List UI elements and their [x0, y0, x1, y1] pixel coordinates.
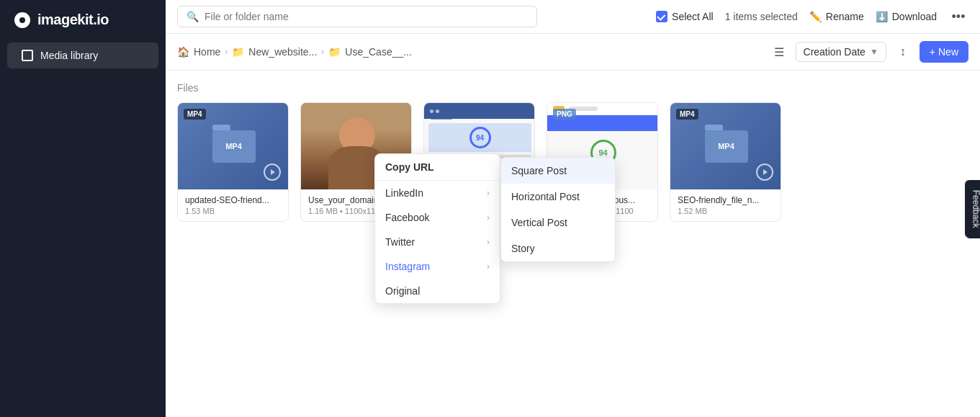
- select-all-checkbox: [656, 11, 667, 22]
- home-icon: 🏠: [177, 46, 189, 58]
- chevron-right-icon-0: ›: [487, 188, 490, 198]
- breadcrumb-bar: 🏠 Home › 📁 New_website... › 📁 Use_Case__…: [166, 34, 980, 71]
- sidebar-item-label: Media library: [40, 50, 98, 61]
- feedback-tab[interactable]: Feedback: [966, 179, 980, 238]
- sort-label: Creation Date: [804, 46, 866, 58]
- context-item-linkedin[interactable]: LinkedIn ›: [375, 181, 500, 205]
- download-button[interactable]: ⬇️ Download: [876, 11, 937, 22]
- more-options-button[interactable]: •••: [948, 6, 968, 27]
- context-menu: Copy URL LinkedIn › Facebook › Twitter ›…: [374, 153, 500, 304]
- submenu-item-story[interactable]: Story: [501, 236, 615, 261]
- topbar-right: Select All 1 items selected ✏️ Rename ⬇️…: [656, 6, 968, 27]
- app-name: imagekit.io: [37, 12, 109, 28]
- context-item-facebook-label: Facebook: [385, 212, 429, 223]
- main-content: 🔍 Select All 1 items selected ✏️ Rename …: [166, 0, 980, 417]
- mp4-icon-0: MP4: [212, 130, 256, 163]
- file-card-0[interactable]: MP4 MP4 updated-SEO-friend... 1.53 MB: [177, 102, 289, 222]
- folder-icon-1: 📁: [232, 46, 244, 58]
- submenu-item-story-label: Story: [511, 243, 535, 254]
- file-name-4: SEO-friendly_file_n...: [678, 195, 773, 205]
- context-item-facebook[interactable]: Facebook ›: [375, 205, 500, 230]
- submenu-item-square-post[interactable]: Square Post: [501, 158, 615, 184]
- file-area: Files MP4 MP4 updated-SEO-friend...: [166, 71, 980, 417]
- feedback-label: Feedback: [971, 189, 980, 228]
- search-input[interactable]: [204, 11, 528, 22]
- file-info-0: updated-SEO-friend... 1.53 MB: [178, 189, 288, 221]
- file-badge-4: MP4: [676, 109, 698, 120]
- new-button[interactable]: + New: [920, 41, 968, 63]
- context-item-instagram-label: Instagram: [385, 261, 430, 272]
- sort-order-button[interactable]: ↕: [892, 41, 914, 63]
- files-section-label: Files: [177, 82, 968, 94]
- chevron-right-icon-2: ›: [487, 237, 490, 247]
- logo-area: imagekit.io: [0, 0, 166, 40]
- topbar: 🔍 Select All 1 items selected ✏️ Rename …: [166, 0, 980, 34]
- select-all-button[interactable]: Select All: [656, 11, 714, 22]
- file-thumb-4: MP4 MP4: [670, 103, 781, 189]
- breadcrumb-sep-1: ›: [225, 47, 228, 57]
- search-box[interactable]: 🔍: [177, 6, 537, 27]
- submenu-item-horizontal-post[interactable]: Horizontal Post: [501, 184, 615, 210]
- chevron-right-icon-1: ›: [487, 212, 490, 223]
- rename-icon: ✏️: [809, 11, 822, 22]
- play-icon-4: [756, 163, 773, 181]
- search-icon: 🔍: [186, 11, 199, 22]
- chevron-right-icon-3: ›: [487, 261, 490, 272]
- file-card-4[interactable]: MP4 MP4 SEO-friendly_file_n... 1.52 MB: [670, 102, 781, 222]
- list-view-button[interactable]: ☰: [768, 41, 790, 63]
- sort-dropdown[interactable]: Creation Date ▼: [796, 42, 886, 62]
- file-badge-0: MP4: [184, 109, 206, 120]
- mp4-icon-4: MP4: [705, 130, 748, 163]
- new-button-label: New: [938, 46, 958, 58]
- breadcrumb-use-case[interactable]: Use_Case__...: [345, 46, 412, 58]
- context-item-original[interactable]: Original: [375, 279, 500, 303]
- breadcrumb-sep-2: ›: [321, 47, 324, 57]
- play-icon-0: [264, 163, 281, 181]
- download-icon: ⬇️: [876, 11, 888, 22]
- file-name-0: updated-SEO-friend...: [185, 195, 281, 205]
- sidebar-item-media-library[interactable]: Media library: [7, 42, 158, 68]
- more-icon: •••: [952, 9, 966, 24]
- context-item-linkedin-label: LinkedIn: [385, 187, 423, 199]
- submenu-item-vertical-post-label: Vertical Post: [511, 217, 567, 228]
- download-label: Download: [892, 11, 937, 22]
- select-all-label: Select All: [672, 11, 714, 22]
- breadcrumb-new-website[interactable]: New_website...: [248, 46, 317, 58]
- file-badge-3: PNG: [553, 109, 576, 120]
- logo-icon: [14, 12, 30, 28]
- list-view-icon: ☰: [774, 45, 784, 59]
- view-controls: ☰ Creation Date ▼ ↕ + New: [768, 41, 968, 63]
- sidebar: imagekit.io Media library: [0, 0, 166, 417]
- new-button-plus: +: [930, 46, 935, 58]
- folder-icon-2: 📁: [328, 46, 341, 58]
- sort-order-icon: ↕: [900, 45, 906, 58]
- file-meta-4: 1.52 MB: [678, 207, 773, 215]
- submenu-item-vertical-post[interactable]: Vertical Post: [501, 210, 615, 236]
- file-info-4: SEO-friendly_file_n... 1.52 MB: [670, 189, 781, 221]
- breadcrumb: 🏠 Home › 📁 New_website... › 📁 Use_Case__…: [177, 46, 768, 58]
- rename-button[interactable]: ✏️ Rename: [809, 11, 864, 22]
- context-item-twitter[interactable]: Twitter ›: [375, 230, 500, 254]
- rename-label: Rename: [826, 11, 864, 22]
- context-item-twitter-label: Twitter: [385, 236, 415, 248]
- submenu-item-square-post-label: Square Post: [511, 165, 567, 176]
- context-item-original-label: Original: [385, 285, 420, 297]
- submenu: Square Post Horizontal Post Vertical Pos…: [500, 157, 616, 262]
- context-item-instagram[interactable]: Instagram ›: [375, 254, 500, 279]
- sort-chevron: ▼: [870, 47, 878, 57]
- file-meta-0: 1.53 MB: [185, 207, 281, 215]
- context-menu-title: Copy URL: [375, 154, 500, 181]
- items-selected-count: 1 items selected: [725, 11, 798, 22]
- file-thumb-0: MP4 MP4: [178, 103, 289, 189]
- breadcrumb-home[interactable]: Home: [194, 46, 220, 58]
- submenu-item-horizontal-post-label: Horizontal Post: [511, 191, 580, 202]
- library-icon: [22, 50, 33, 61]
